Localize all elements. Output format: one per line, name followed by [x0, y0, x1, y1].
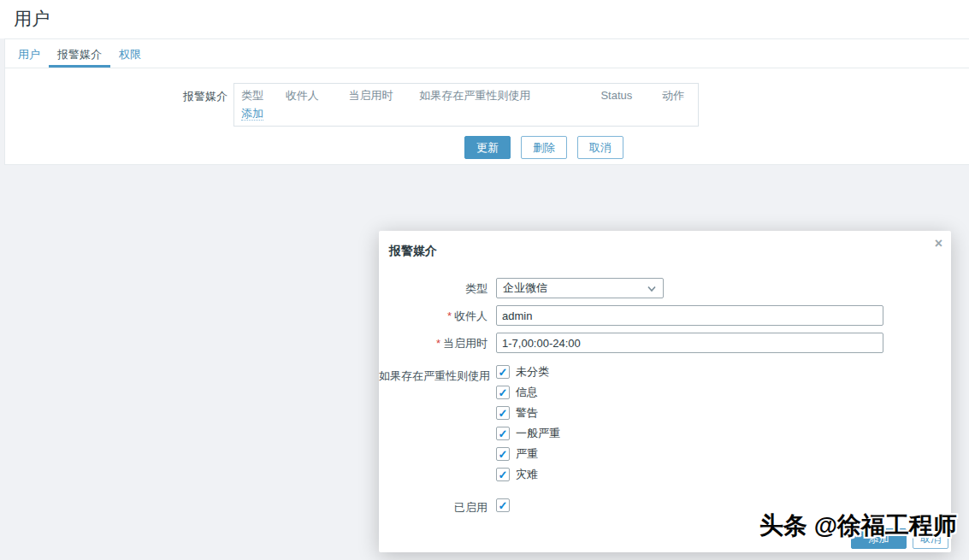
enabled-checkbox-item[interactable]: ✓ [496, 497, 510, 514]
type-label: 类型 [379, 278, 496, 298]
sendto-input[interactable] [496, 305, 883, 326]
media-table-add-row: 添加 [234, 104, 698, 126]
form-buttons: 更新 删除 取消 [464, 136, 699, 159]
media-table-header-row: 类型 收件人 当启用时 如果存在严重性则使用 Status 动作 [234, 84, 698, 104]
type-row: 类型 企业微信 [379, 278, 951, 298]
media-type-selected-value: 企业微信 [503, 280, 547, 296]
severity-item-average[interactable]: ✓ 一般严重 [496, 427, 560, 440]
col-header-type: 类型 [241, 89, 286, 103]
cancel-button[interactable]: 取消 [577, 136, 623, 159]
checkbox-checked-icon[interactable]: ✓ [496, 386, 510, 399]
delete-button[interactable]: 删除 [521, 136, 567, 159]
tab-bar: 用户 报警媒介 权限 [5, 39, 969, 68]
severity-item-warning[interactable]: ✓ 警告 [496, 406, 560, 420]
col-header-status: Status [600, 89, 662, 103]
enabled-label: 已启用 [379, 497, 496, 514]
tab-media[interactable]: 报警媒介 [49, 39, 110, 68]
tab-permissions[interactable]: 权限 [110, 39, 150, 68]
when-active-input[interactable] [496, 333, 883, 353]
severity-item-not-classified[interactable]: ✓ 未分类 [496, 365, 560, 379]
when-active-row: *当启用时 [379, 333, 951, 353]
user-config-panel: 用户 报警媒介 权限 报警媒介 类型 收件人 当启用时 如果存在严重性则使用 S… [4, 38, 969, 165]
media-type-select[interactable]: 企业微信 [496, 278, 664, 298]
checkbox-checked-icon[interactable]: ✓ [496, 406, 510, 420]
sendto-row: *收件人 [379, 305, 951, 326]
severity-item-high[interactable]: ✓ 严重 [496, 447, 560, 461]
dialog-title: 报警媒介 [379, 231, 951, 258]
close-icon[interactable]: × [935, 237, 942, 251]
page-header: 用户 [0, 0, 969, 38]
severity-checkbox-list: ✓ 未分类 ✓ 信息 ✓ 警告 ✓ 一般严重 [496, 365, 560, 481]
sendto-label: *收件人 [379, 305, 496, 326]
dialog-cancel-button[interactable]: 取消 [913, 528, 948, 549]
col-header-severity: 如果存在严重性则使用 [419, 89, 600, 103]
col-header-when-active: 当启用时 [349, 89, 420, 103]
enabled-row: 已启用 ✓ [379, 497, 951, 514]
severity-item-information[interactable]: ✓ 信息 [496, 386, 560, 399]
page-title: 用户 [14, 7, 955, 31]
severity-label: 如果存在严重性则使用 [379, 365, 496, 481]
severity-row: 如果存在严重性则使用 ✓ 未分类 ✓ 信息 ✓ 警告 ✓ [379, 365, 951, 481]
checkbox-checked-icon[interactable]: ✓ [496, 498, 510, 512]
when-active-label: *当启用时 [379, 333, 496, 353]
col-header-sendto: 收件人 [286, 89, 349, 103]
update-button[interactable]: 更新 [464, 136, 511, 159]
checkbox-checked-icon[interactable]: ✓ [496, 365, 510, 379]
required-asterisk: * [436, 337, 440, 350]
media-section-label: 报警媒介 [5, 83, 231, 159]
severity-item-disaster[interactable]: ✓ 灾难 [496, 468, 560, 481]
chevron-down-icon [647, 282, 657, 295]
col-header-action: 动作 [662, 89, 698, 103]
dialog-add-button[interactable]: 添加 [851, 528, 907, 549]
checkbox-checked-icon[interactable]: ✓ [496, 447, 510, 461]
media-dialog: 报警媒介 × 类型 企业微信 *收件人 [379, 231, 951, 552]
required-asterisk: * [447, 309, 452, 322]
add-media-link[interactable]: 添加 [241, 107, 263, 121]
media-form: 报警媒介 类型 收件人 当启用时 如果存在严重性则使用 Status 动作 添加 [5, 68, 969, 159]
checkbox-checked-icon[interactable]: ✓ [496, 468, 510, 481]
dialog-body: 类型 企业微信 *收件人 *当启用时 [379, 258, 951, 514]
checkbox-checked-icon[interactable]: ✓ [496, 427, 510, 440]
tab-user[interactable]: 用户 [9, 39, 49, 68]
media-table: 类型 收件人 当启用时 如果存在严重性则使用 Status 动作 添加 [233, 83, 699, 127]
